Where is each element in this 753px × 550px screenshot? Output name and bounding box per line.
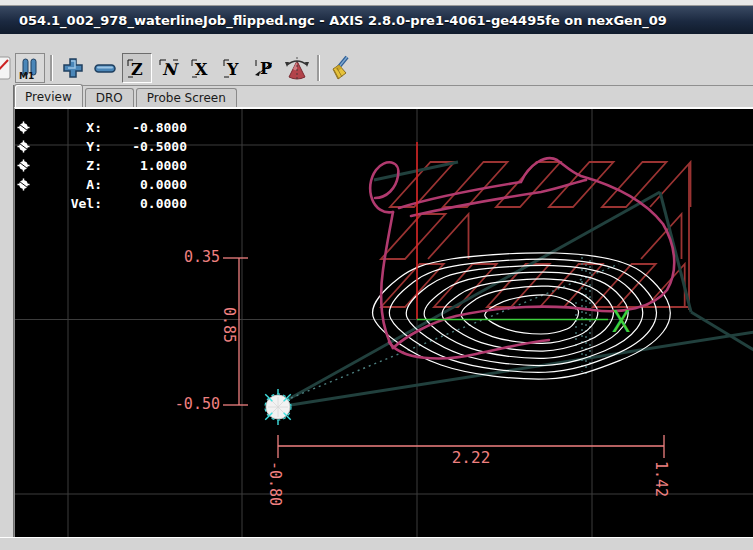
broom-icon [326, 54, 354, 82]
plus-icon [60, 55, 86, 81]
view-z-label: Z [131, 60, 143, 79]
dro-value: 0.0000 [102, 196, 187, 211]
view-perspective-button[interactable]: P [250, 53, 280, 83]
dro-label: A: [30, 177, 102, 192]
feed-contour [461, 286, 598, 343]
tab-probe-screen[interactable]: Probe Screen [136, 88, 237, 107]
toolbar: M1 Z N [0, 50, 753, 86]
homed-icon [17, 140, 30, 153]
view-x-button[interactable]: X [186, 53, 216, 83]
dro-label: X: [30, 120, 102, 135]
dro-row-z: Z: 1.0000 [14, 156, 187, 175]
feed-contour [485, 295, 579, 334]
minus-icon [92, 55, 118, 81]
dro-value: -0.5000 [102, 139, 187, 154]
optional-stop-button[interactable]: M1 [15, 53, 45, 83]
dro-row-x: X: -0.8000 [14, 118, 187, 137]
title-bar[interactable]: 054.1_002_978_waterlineJob_flipped.ngc -… [0, 6, 753, 34]
executed-path [381, 212, 393, 348]
homed-icon [17, 159, 30, 172]
dro-row-vel: Vel: 0.0000 [14, 194, 187, 213]
executed-path [370, 162, 398, 212]
homed-icon [17, 121, 30, 134]
dro-label: Z: [30, 158, 102, 173]
tool-marker [265, 389, 291, 425]
zoom-in-button[interactable] [58, 53, 88, 83]
zoom-out-button[interactable] [90, 53, 120, 83]
rapid-hatch-cell [650, 162, 691, 207]
view-z-rotated-button[interactable]: N [154, 53, 184, 83]
traverse-line [691, 312, 753, 350]
dro-row-a: A: 0.0000 [14, 175, 187, 194]
dro-value: 1.0000 [102, 158, 187, 173]
clear-plot-button[interactable] [325, 53, 355, 83]
dro-row-y: Y: -0.5000 [14, 137, 187, 156]
dim-x-max: 1.42 [652, 461, 670, 497]
dro-value: 0.0000 [102, 177, 187, 192]
view-z-rotated-label: N [162, 60, 179, 79]
notebook-tabs: Preview DRO Probe Screen [14, 85, 753, 107]
toolbar-separator [50, 55, 53, 81]
feed-contour [442, 279, 613, 351]
view-z-button[interactable]: Z [122, 53, 152, 83]
dim-y-span: 0.85 [220, 307, 238, 343]
view-x-label: X [195, 60, 208, 79]
dim-y-bottom: -0.50 [160, 395, 220, 413]
homed-icon [17, 178, 30, 191]
window-frame-bottom [0, 537, 753, 550]
x-axis-label: X [612, 304, 630, 339]
cone-rotate-icon [283, 55, 311, 81]
executed-path [389, 340, 549, 358]
dro-label: Vel: [30, 196, 102, 211]
tab-preview[interactable]: Preview [14, 84, 83, 107]
tab-dro[interactable]: DRO [85, 88, 134, 107]
dim-x-min: -0.80 [266, 461, 284, 506]
rotate-view-button[interactable] [282, 53, 312, 83]
reload-button[interactable] [0, 53, 13, 83]
rapid-hatch-cell [443, 162, 508, 207]
view-y-label: Y [226, 60, 239, 79]
rapid-hatch-cell [428, 214, 469, 259]
traverse-line [278, 332, 753, 407]
left-gutter [0, 85, 14, 537]
axis-window: 054.1_002_978_waterlineJob_flipped.ngc -… [0, 0, 753, 550]
menu-bar[interactable] [0, 34, 753, 50]
dro-label: Y: [30, 139, 102, 154]
dim-y-top: 0.35 [172, 248, 220, 266]
window-title: 054.1_002_978_waterlineJob_flipped.ngc -… [19, 13, 667, 28]
dim-x-span: 2.22 [440, 448, 502, 467]
dro-value: -0.8000 [102, 120, 187, 135]
optional-stop-label: M1 [19, 71, 34, 81]
view-y-button[interactable]: Y [218, 53, 248, 83]
toolbar-separator [317, 55, 320, 81]
view-perspective-label: P [260, 59, 272, 78]
dro-overlay: X: -0.8000 Y: -0.5000 Z: 1.0000 A: 0.000… [14, 118, 187, 213]
